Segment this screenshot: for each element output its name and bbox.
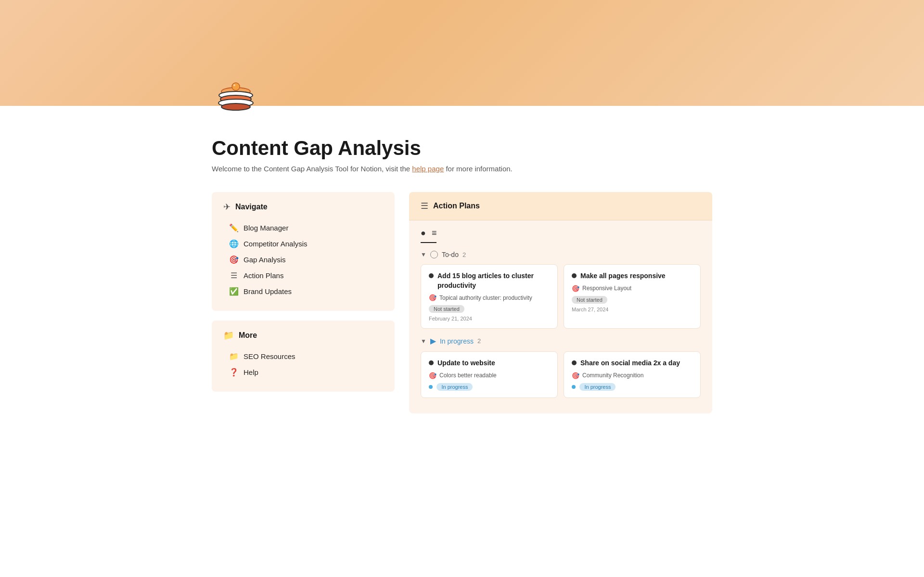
nav-item-blog-manager[interactable]: ✏️ Blog Manager <box>223 220 383 236</box>
card-update-website[interactable]: Update to website 🎯 Colors better readab… <box>421 351 558 398</box>
card-badge-row: Not started <box>572 295 693 304</box>
status-badge: In progress <box>436 383 473 391</box>
card-meta-text: Topical authority cluster: productivity <box>439 295 532 301</box>
card-dot <box>572 360 577 365</box>
blog-manager-icon: ✏️ <box>229 223 239 232</box>
in-progress-icon: ▶ <box>430 336 436 346</box>
action-plans-icon: ☰ <box>229 271 239 280</box>
card-make-pages-responsive[interactable]: Make all pages responsive 🎯 Responsive L… <box>564 264 701 329</box>
card-date: February 21, 2024 <box>429 316 550 321</box>
status-badge: Not started <box>572 296 607 304</box>
card-dot <box>429 273 434 278</box>
in-progress-dot <box>572 385 576 389</box>
gap-analysis-icon: 🎯 <box>229 255 239 264</box>
more-panel: 📁 More 📁 SEO Resources ❓ Help <box>212 321 395 392</box>
svg-point-6 <box>233 84 235 86</box>
card-meta-icon: 🎯 <box>429 372 436 379</box>
svg-point-5 <box>232 83 240 90</box>
card-meta-text: Community Recognition <box>582 372 643 379</box>
nav-item-label: Gap Analysis <box>244 256 286 264</box>
action-plans-header-title: Action Plans <box>433 202 480 210</box>
list-view-btn[interactable]: ≡ <box>432 228 437 238</box>
todo-label: To-do <box>442 251 459 258</box>
more-panel-header: 📁 More <box>223 330 383 341</box>
more-title: More <box>239 331 257 340</box>
todo-count: 2 <box>462 251 466 258</box>
card-share-social-media[interactable]: Share on social media 2x a day 🎯 Communi… <box>564 351 701 398</box>
card-badge-row: In progress <box>572 382 693 391</box>
card-meta-icon: 🎯 <box>572 285 579 292</box>
card-meta-text: Colors better readable <box>439 372 497 379</box>
card-add-blog-articles[interactable]: Add 15 blog articles to cluster producti… <box>421 264 558 329</box>
nav-item-brand-updates[interactable]: ✅ Brand Updates <box>223 283 383 299</box>
seo-resources-icon: 📁 <box>229 352 239 361</box>
in-progress-toggle[interactable]: ▼ <box>421 338 426 345</box>
card-title: Make all pages responsive <box>580 271 666 281</box>
todo-section-header: ▼ To-do 2 <box>421 251 701 258</box>
action-plans-header-icon: ☰ <box>421 201 428 211</box>
nav-item-action-plans[interactable]: ☰ Action Plans <box>223 268 383 283</box>
card-date: March 27, 2024 <box>572 307 693 312</box>
card-meta: 🎯 Community Recognition <box>572 372 693 379</box>
card-badge-row: Not started <box>429 304 550 313</box>
action-plans-body: ● ≡ ▼ To-do 2 Add 15 blog articles to <box>409 220 712 413</box>
card-title-row: Make all pages responsive <box>572 271 693 281</box>
nav-item-label: Competitor Analysis <box>244 240 308 248</box>
card-title-row: Add 15 blog articles to cluster producti… <box>429 271 550 290</box>
more-icon: 📁 <box>223 330 234 341</box>
card-title: Share on social media 2x a day <box>580 359 680 368</box>
status-badge: In progress <box>579 383 616 391</box>
status-badge: Not started <box>429 305 464 313</box>
card-dot <box>429 360 434 365</box>
card-title: Add 15 blog articles to cluster producti… <box>437 271 550 290</box>
todo-toggle[interactable]: ▼ <box>421 251 426 258</box>
nav-item-label: Action Plans <box>244 271 283 280</box>
todo-circle-icon <box>430 251 438 258</box>
card-title-row: Update to website <box>429 359 550 368</box>
card-meta-icon: 🎯 <box>572 372 579 379</box>
board-view-btn[interactable]: ● <box>421 228 426 238</box>
navigate-panel: ✈ Navigate ✏️ Blog Manager 🌐 Competitor … <box>212 192 395 311</box>
action-plans-header: ☰ Action Plans <box>409 192 712 220</box>
card-badge-row: In progress <box>429 382 550 391</box>
in-progress-cards-grid: Update to website 🎯 Colors better readab… <box>421 351 701 398</box>
nav-item-label: Brand Updates <box>244 287 292 295</box>
nav-item-label: Blog Manager <box>244 224 288 232</box>
card-meta: 🎯 Responsive Layout <box>572 285 693 292</box>
main-layout: ✈ Navigate ✏️ Blog Manager 🌐 Competitor … <box>212 192 712 413</box>
nav-item-label: Help <box>244 368 258 376</box>
card-meta-text: Responsive Layout <box>582 285 631 292</box>
nav-item-seo-resources[interactable]: 📁 SEO Resources <box>223 348 383 364</box>
page-title: Content Gap Analysis <box>212 137 712 160</box>
in-progress-section-header: ▼ ▶ In progress 2 <box>421 336 701 346</box>
svg-point-4 <box>221 103 250 110</box>
help-page-link[interactable]: help page <box>412 165 444 173</box>
nav-item-label: SEO Resources <box>244 352 295 360</box>
app-logo <box>212 77 260 125</box>
in-progress-dot <box>429 385 433 389</box>
card-meta: 🎯 Colors better readable <box>429 372 550 379</box>
logo-area <box>212 77 712 127</box>
card-meta: 🎯 Topical authority cluster: productivit… <box>429 294 550 301</box>
navigate-icon: ✈ <box>223 202 231 212</box>
navigate-title: Navigate <box>235 203 268 211</box>
help-icon: ❓ <box>229 368 239 377</box>
in-progress-count: 2 <box>477 337 481 345</box>
page-subtitle: Welcome to the Content Gap Analysis Tool… <box>212 165 712 173</box>
navigate-panel-header: ✈ Navigate <box>223 202 383 212</box>
nav-item-gap-analysis[interactable]: 🎯 Gap Analysis <box>223 252 383 268</box>
todo-cards-grid: Add 15 blog articles to cluster producti… <box>421 264 701 329</box>
nav-item-help[interactable]: ❓ Help <box>223 364 383 380</box>
in-progress-label: In progress <box>440 337 474 345</box>
brand-updates-icon: ✅ <box>229 287 239 296</box>
competitor-analysis-icon: 🌐 <box>229 239 239 248</box>
card-title: Update to website <box>437 359 495 368</box>
card-meta-icon: 🎯 <box>429 294 436 301</box>
card-title-row: Share on social media 2x a day <box>572 359 693 368</box>
sidebar: ✈ Navigate ✏️ Blog Manager 🌐 Competitor … <box>212 192 395 392</box>
action-plans-panel: ☰ Action Plans ● ≡ ▼ To-do 2 <box>409 192 712 413</box>
nav-item-competitor-analysis[interactable]: 🌐 Competitor Analysis <box>223 236 383 252</box>
view-toggle: ● ≡ <box>421 228 436 243</box>
card-dot <box>572 273 577 278</box>
